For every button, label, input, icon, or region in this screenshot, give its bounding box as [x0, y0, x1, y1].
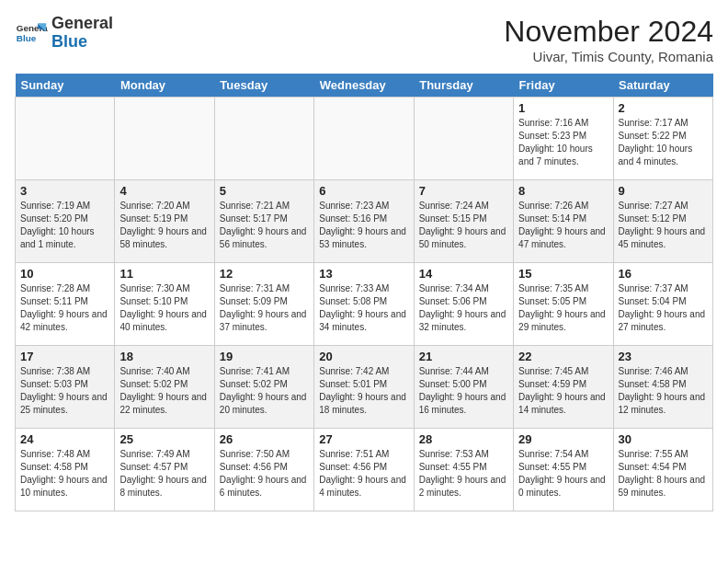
day-number: 1: [518, 101, 608, 115]
calendar-day-cell: 1Sunrise: 7:16 AM Sunset: 5:23 PM Daylig…: [514, 98, 613, 180]
calendar-table: SundayMondayTuesdayWednesdayThursdayFrid…: [15, 74, 713, 511]
day-info: Sunrise: 7:51 AM Sunset: 4:56 PM Dayligh…: [319, 448, 408, 500]
calendar-day-cell: 13Sunrise: 7:33 AM Sunset: 5:08 PM Dayli…: [314, 263, 414, 346]
day-number: 14: [419, 267, 508, 281]
calendar-day-cell: 17Sunrise: 7:38 AM Sunset: 5:03 PM Dayli…: [16, 346, 115, 429]
day-number: 12: [220, 267, 309, 281]
calendar-day-cell: 3Sunrise: 7:19 AM Sunset: 5:20 PM Daylig…: [16, 180, 115, 263]
calendar-day-cell: [414, 98, 513, 180]
day-info: Sunrise: 7:26 AM Sunset: 5:14 PM Dayligh…: [518, 200, 608, 251]
day-number: 19: [220, 350, 309, 363]
day-number: 23: [619, 350, 708, 363]
day-info: Sunrise: 7:45 AM Sunset: 4:59 PM Dayligh…: [518, 365, 608, 417]
calendar-day-cell: 23Sunrise: 7:46 AM Sunset: 4:58 PM Dayli…: [613, 346, 712, 429]
weekday-header: Sunday: [16, 74, 115, 98]
calendar-day-cell: 4Sunrise: 7:20 AM Sunset: 5:19 PM Daylig…: [115, 180, 214, 263]
day-number: 18: [119, 350, 209, 363]
day-number: 7: [419, 184, 508, 198]
day-number: 24: [20, 432, 109, 446]
day-number: 6: [319, 184, 408, 198]
calendar-day-cell: 11Sunrise: 7:30 AM Sunset: 5:10 PM Dayli…: [115, 263, 214, 346]
day-info: Sunrise: 7:48 AM Sunset: 4:58 PM Dayligh…: [20, 448, 109, 500]
day-number: 13: [319, 267, 408, 281]
day-number: 30: [619, 432, 708, 446]
svg-text:Blue: Blue: [17, 33, 37, 43]
day-number: 15: [518, 267, 608, 281]
day-number: 29: [518, 432, 608, 446]
calendar-day-cell: 29Sunrise: 7:54 AM Sunset: 4:55 PM Dayli…: [514, 429, 613, 511]
calendar-week-row: 17Sunrise: 7:38 AM Sunset: 5:03 PM Dayli…: [16, 346, 713, 429]
calendar-day-cell: 14Sunrise: 7:34 AM Sunset: 5:06 PM Dayli…: [414, 263, 513, 346]
location: Uivar, Timis County, Romania: [504, 49, 713, 64]
day-info: Sunrise: 7:38 AM Sunset: 5:03 PM Dayligh…: [20, 365, 109, 417]
weekday-header: Thursday: [414, 74, 513, 98]
day-number: 22: [518, 350, 608, 363]
day-info: Sunrise: 7:30 AM Sunset: 5:10 PM Dayligh…: [119, 282, 209, 334]
day-info: Sunrise: 7:37 AM Sunset: 5:04 PM Dayligh…: [619, 282, 708, 334]
logo-text: GeneralBlue: [51, 15, 113, 52]
day-number: 8: [518, 184, 608, 198]
calendar-day-cell: 28Sunrise: 7:53 AM Sunset: 4:55 PM Dayli…: [414, 429, 513, 511]
calendar-day-cell: 10Sunrise: 7:28 AM Sunset: 5:11 PM Dayli…: [16, 263, 115, 346]
calendar-day-cell: 5Sunrise: 7:21 AM Sunset: 5:17 PM Daylig…: [214, 180, 313, 263]
calendar-day-cell: 22Sunrise: 7:45 AM Sunset: 4:59 PM Dayli…: [514, 346, 613, 429]
day-number: 17: [20, 350, 109, 363]
title-block: November 2024 Uivar, Timis County, Roman…: [504, 15, 713, 64]
day-info: Sunrise: 7:53 AM Sunset: 4:55 PM Dayligh…: [419, 448, 508, 500]
day-number: 16: [619, 267, 708, 281]
month-title: November 2024: [504, 15, 713, 49]
day-number: 27: [319, 432, 408, 446]
logo: General Blue GeneralBlue: [15, 15, 113, 52]
calendar-header-row: SundayMondayTuesdayWednesdayThursdayFrid…: [16, 74, 713, 98]
day-number: 5: [220, 184, 309, 198]
logo-icon: General Blue: [15, 17, 48, 50]
calendar-day-cell: 19Sunrise: 7:41 AM Sunset: 5:02 PM Dayli…: [214, 346, 313, 429]
calendar-day-cell: 26Sunrise: 7:50 AM Sunset: 4:56 PM Dayli…: [214, 429, 313, 511]
calendar-day-cell: 25Sunrise: 7:49 AM Sunset: 4:57 PM Dayli…: [115, 429, 214, 511]
calendar-day-cell: 16Sunrise: 7:37 AM Sunset: 5:04 PM Dayli…: [613, 263, 712, 346]
calendar-day-cell: 20Sunrise: 7:42 AM Sunset: 5:01 PM Dayli…: [314, 346, 414, 429]
weekday-header: Wednesday: [314, 74, 414, 98]
day-info: Sunrise: 7:41 AM Sunset: 5:02 PM Dayligh…: [220, 365, 309, 417]
day-info: Sunrise: 7:46 AM Sunset: 4:58 PM Dayligh…: [619, 365, 708, 417]
weekday-header: Friday: [514, 74, 613, 98]
calendar-week-row: 1Sunrise: 7:16 AM Sunset: 5:23 PM Daylig…: [16, 98, 713, 180]
day-info: Sunrise: 7:23 AM Sunset: 5:16 PM Dayligh…: [319, 200, 408, 251]
day-info: Sunrise: 7:34 AM Sunset: 5:06 PM Dayligh…: [419, 282, 508, 334]
calendar-day-cell: 12Sunrise: 7:31 AM Sunset: 5:09 PM Dayli…: [214, 263, 313, 346]
calendar-week-row: 10Sunrise: 7:28 AM Sunset: 5:11 PM Dayli…: [16, 263, 713, 346]
calendar-day-cell: [16, 98, 115, 180]
calendar-day-cell: 24Sunrise: 7:48 AM Sunset: 4:58 PM Dayli…: [16, 429, 115, 511]
weekday-header: Saturday: [613, 74, 712, 98]
day-number: 26: [220, 432, 309, 446]
day-number: 9: [619, 184, 708, 198]
calendar-day-cell: 15Sunrise: 7:35 AM Sunset: 5:05 PM Dayli…: [514, 263, 613, 346]
calendar-day-cell: 30Sunrise: 7:55 AM Sunset: 4:54 PM Dayli…: [613, 429, 712, 511]
day-info: Sunrise: 7:20 AM Sunset: 5:19 PM Dayligh…: [119, 200, 209, 251]
calendar-day-cell: [214, 98, 313, 180]
day-info: Sunrise: 7:17 AM Sunset: 5:22 PM Dayligh…: [619, 117, 708, 168]
day-number: 25: [119, 432, 209, 446]
calendar-day-cell: 21Sunrise: 7:44 AM Sunset: 5:00 PM Dayli…: [414, 346, 513, 429]
calendar-day-cell: 2Sunrise: 7:17 AM Sunset: 5:22 PM Daylig…: [613, 98, 712, 180]
calendar-day-cell: 18Sunrise: 7:40 AM Sunset: 5:02 PM Dayli…: [115, 346, 214, 429]
day-info: Sunrise: 7:50 AM Sunset: 4:56 PM Dayligh…: [220, 448, 309, 500]
calendar-day-cell: 9Sunrise: 7:27 AM Sunset: 5:12 PM Daylig…: [613, 180, 712, 263]
day-info: Sunrise: 7:44 AM Sunset: 5:00 PM Dayligh…: [419, 365, 508, 417]
day-info: Sunrise: 7:28 AM Sunset: 5:11 PM Dayligh…: [20, 282, 109, 334]
day-number: 10: [20, 267, 109, 281]
day-number: 21: [419, 350, 508, 363]
calendar-day-cell: 27Sunrise: 7:51 AM Sunset: 4:56 PM Dayli…: [314, 429, 414, 511]
calendar-day-cell: 6Sunrise: 7:23 AM Sunset: 5:16 PM Daylig…: [314, 180, 414, 263]
weekday-header: Tuesday: [214, 74, 313, 98]
day-info: Sunrise: 7:55 AM Sunset: 4:54 PM Dayligh…: [619, 448, 708, 500]
day-number: 4: [119, 184, 209, 198]
day-number: 28: [419, 432, 508, 446]
calendar-week-row: 24Sunrise: 7:48 AM Sunset: 4:58 PM Dayli…: [16, 429, 713, 511]
day-info: Sunrise: 7:35 AM Sunset: 5:05 PM Dayligh…: [518, 282, 608, 334]
day-info: Sunrise: 7:19 AM Sunset: 5:20 PM Dayligh…: [20, 200, 109, 251]
calendar-day-cell: [115, 98, 214, 180]
calendar-day-cell: 8Sunrise: 7:26 AM Sunset: 5:14 PM Daylig…: [514, 180, 613, 263]
day-info: Sunrise: 7:42 AM Sunset: 5:01 PM Dayligh…: [319, 365, 408, 417]
day-info: Sunrise: 7:27 AM Sunset: 5:12 PM Dayligh…: [619, 200, 708, 251]
